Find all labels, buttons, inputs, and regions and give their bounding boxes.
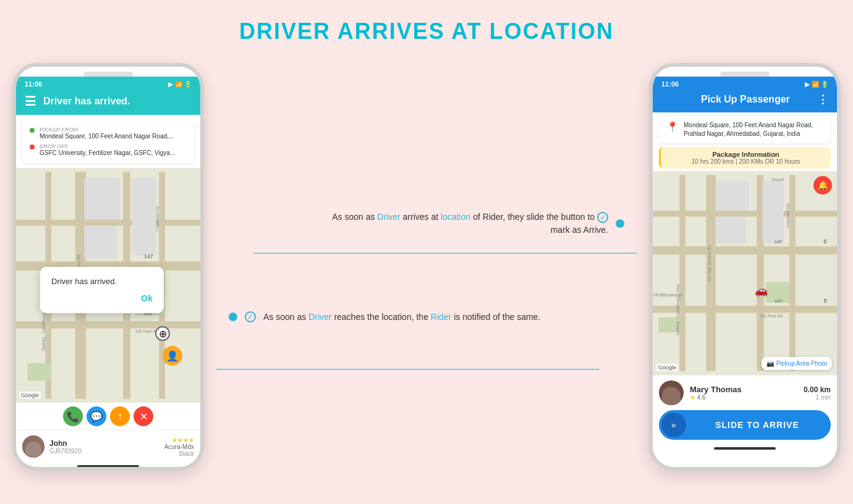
left-map: SG Hwy Service Rd Sarkhej - Gandhinagar … xyxy=(15,168,201,403)
rider-info: Mary Thomas ★ 4.6 0.00 km 1 min xyxy=(659,380,831,405)
svg-text:Sarkhej - Gandhinagar Hwy: Sarkhej - Gandhinagar Hwy xyxy=(676,284,681,335)
svg-text:147: 147 xyxy=(144,253,153,259)
pickup-label: PICKUP FROM xyxy=(40,127,174,133)
center-marker: ⊕ xyxy=(155,326,170,341)
bottom-annotation-dot xyxy=(229,313,237,321)
package-detail: 10 hrs 200 kms | 200 KMs OR 10 hours xyxy=(668,158,823,165)
pickup-area-photo-button[interactable]: 📷 Pickup Area Photo xyxy=(762,357,832,370)
left-header: ☰ Driver has arrived. xyxy=(16,89,200,115)
left-status-icons: ▶ 📶 🔋 xyxy=(168,81,192,88)
phone-right: 11:06 ▶ 📶 🔋 Pick Up Passenger ⋮ 📍 Mondea… xyxy=(649,63,841,471)
alert-bell-icon[interactable]: 🔔 xyxy=(813,176,832,195)
pickup-dot xyxy=(30,128,35,133)
cancel-button[interactable]: ✕ xyxy=(134,406,153,426)
menu-icon[interactable]: ☰ xyxy=(25,94,36,109)
svg-text:100 Feet Rd: 100 Feet Rd xyxy=(760,314,783,318)
slide-to-arrive-button[interactable]: » SLIDE TO ARRIVE xyxy=(659,410,831,440)
share-button[interactable]: ↑ xyxy=(110,406,130,426)
right-map-svg: SG Hwy Service Rd Sarkhej - Gandhinagar … xyxy=(653,171,837,375)
svg-rect-33 xyxy=(763,181,784,243)
driver-info-bar: John GJ6783920 ★★★★ Acura-Mdx Black xyxy=(16,430,200,463)
svg-rect-13 xyxy=(27,363,51,381)
phone-notch-right xyxy=(720,72,770,77)
package-title: Package Information xyxy=(668,151,823,158)
dialog-ok-button[interactable]: Ok xyxy=(51,293,153,303)
content-area: 11:06 ▶ 📶 🔋 ☰ Driver has arrived. PICKUP… xyxy=(12,63,841,471)
phone-left: 11:06 ▶ 📶 🔋 ☰ Driver has arrived. PICKUP… xyxy=(12,63,204,471)
google-logo-right: Google xyxy=(656,364,678,371)
svg-rect-5 xyxy=(15,220,201,226)
page-title: DRIVER ARRIVES AT LOCATION xyxy=(239,19,614,44)
google-logo-left: Google xyxy=(19,392,41,399)
dialog-text: Driver has arrived. xyxy=(51,277,153,286)
left-header-title: Driver has arrived. xyxy=(43,96,130,107)
svg-text:Off Billionaire St: Off Billionaire St xyxy=(653,293,682,297)
arrival-dialog: Driver has arrived. Ok xyxy=(40,267,164,313)
top-annotation-line xyxy=(253,253,637,254)
slide-handle: » xyxy=(661,413,686,437)
svg-rect-32 xyxy=(716,217,746,243)
top-annotation-text: As soon as Driver arrives at location of… xyxy=(332,211,608,237)
svg-rect-14 xyxy=(84,178,120,220)
right-map: SG Hwy Service Rd Sarkhej - Gandhinagar … xyxy=(653,171,837,375)
car-model: Acura-Mdx xyxy=(164,443,194,450)
right-address-card: 📍 Mondeal Square, 100 Feet Anand Nagar R… xyxy=(659,116,831,143)
dropoff-dot xyxy=(30,145,35,149)
right-status-icons: ▶ 📶 🔋 xyxy=(805,81,828,88)
user-location-pin: 👤 xyxy=(163,346,182,366)
svg-rect-15 xyxy=(84,225,117,258)
right-home-indicator xyxy=(714,447,776,450)
svg-text:SG Hwy Service Rd: SG Hwy Service Rd xyxy=(707,245,712,282)
left-action-buttons: 📞 💬 ↑ ✕ xyxy=(16,403,200,430)
rider-rating: ★ 4.6 xyxy=(690,394,742,401)
car-color: Black xyxy=(164,450,194,457)
left-time: 11:06 xyxy=(25,80,42,88)
driver-stars: ★★★★ xyxy=(164,437,194,443)
dropoff-address: GSFC University, Fertilizer Nagar, GSFC,… xyxy=(40,149,175,156)
rating-star-icon: ★ xyxy=(690,394,695,401)
right-header-title: Pick Up Passenger xyxy=(701,94,790,105)
pickup-address-right: Mondeal Square, 100 Feet Anand Nagar Roa… xyxy=(684,121,823,138)
svg-text:Corporate Rd: Corporate Rd xyxy=(155,206,160,232)
left-address-card: PICKUP FROM Mondeal Square, 100 Feet Ana… xyxy=(22,120,194,163)
call-button[interactable]: 📞 xyxy=(63,406,83,426)
svg-rect-28 xyxy=(789,175,796,371)
camera-icon: 📷 xyxy=(766,360,774,367)
package-info: Package Information 10 hrs 200 kms | 200… xyxy=(659,147,831,169)
svg-text:🚗: 🚗 xyxy=(755,284,768,297)
driver-avatar xyxy=(22,435,45,458)
svg-text:E: E xyxy=(824,238,828,245)
distance-info: 0.00 km 1 min xyxy=(804,385,831,401)
bottom-check-icon: ✓ xyxy=(245,311,256,322)
right-header: Pick Up Passenger ⋮ xyxy=(653,89,837,112)
left-status-bar: 11:06 ▶ 📶 🔋 xyxy=(16,77,200,89)
svg-rect-16 xyxy=(132,178,156,256)
annotation-area: As soon as Driver arrives at location of… xyxy=(216,186,637,348)
pickup-area-label: Pickup Area Photo xyxy=(776,360,827,367)
driver-details: John GJ6783920 xyxy=(22,435,82,458)
distance-km: 0.00 km xyxy=(804,385,831,394)
driver-name: John xyxy=(49,439,82,448)
driver-plate: GJ6783920 xyxy=(49,448,82,455)
svg-rect-31 xyxy=(716,181,749,211)
rider-avatar xyxy=(659,380,684,405)
top-annotation-dot xyxy=(616,219,624,228)
svg-rect-27 xyxy=(679,175,685,371)
rating-value: 4.6 xyxy=(697,394,706,401)
left-home-indicator xyxy=(77,465,139,468)
svg-text:E: E xyxy=(824,298,828,304)
svg-text:147: 147 xyxy=(774,239,783,245)
right-bottom-panel: Mary Thomas ★ 4.6 0.00 km 1 min » SLIDE … xyxy=(653,375,837,445)
bottom-annotation-text: As soon as Driver reaches the location, … xyxy=(263,311,540,324)
more-icon[interactable]: ⋮ xyxy=(817,93,828,106)
message-button[interactable]: 💬 xyxy=(87,406,106,426)
slide-label: SLIDE TO ARRIVE xyxy=(686,420,828,430)
bottom-annotation: ✓ As soon as Driver reaches the location… xyxy=(229,311,624,324)
svg-text:Joopar: Joopar xyxy=(771,177,784,182)
right-time: 11:06 xyxy=(661,80,679,88)
rider-name: Mary Thomas xyxy=(690,385,742,394)
dropoff-label: DROP OFF xyxy=(40,143,175,149)
svg-text:147: 147 xyxy=(774,298,783,304)
bottom-annotation-line xyxy=(216,369,600,370)
phone-notch-left xyxy=(83,72,133,77)
